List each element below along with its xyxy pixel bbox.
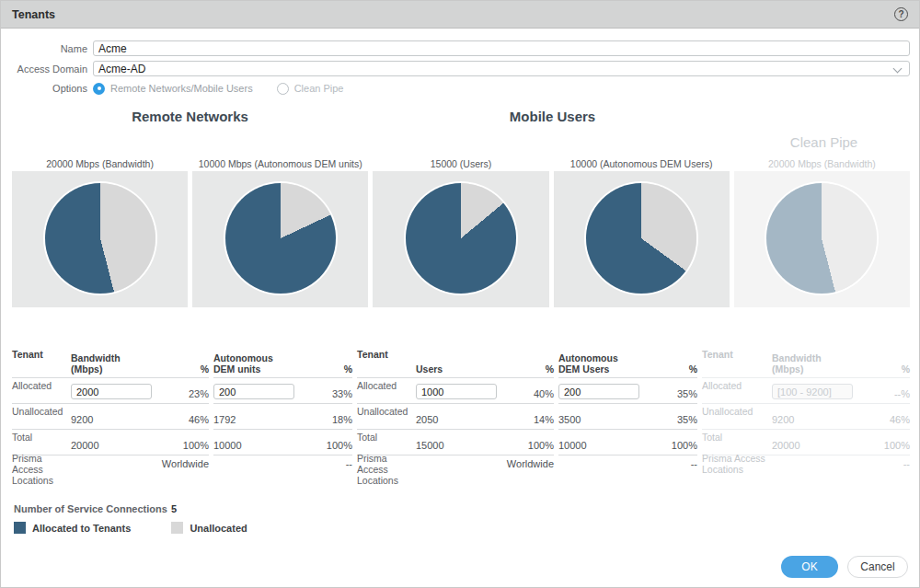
clean-pipe-bandwidth-table: Tenant Bandwidth (Mbps) % Allocated --% …: [702, 349, 910, 498]
total-pct: 100%: [301, 440, 352, 451]
bandwidth-pie-chart: [45, 183, 155, 294]
legend-item-allocated: Allocated to Tenants: [14, 522, 131, 534]
radio-label: Clean Pipe: [294, 83, 344, 94]
unallocated-pct: 14%: [502, 414, 554, 425]
access-domain-select[interactable]: Acme-AD: [93, 61, 910, 76]
total-label: Total: [12, 432, 65, 443]
section-headers: Remote Networks Mobile Users Clean Pipe: [1, 96, 919, 158]
prisma-access-locations-label: Prisma Access Locations: [357, 453, 410, 486]
chevron-down-icon: [893, 64, 903, 74]
legend-label: Allocated to Tenants: [32, 523, 131, 534]
tenant-header: Tenant: [357, 349, 410, 360]
allocated-pct: 40%: [502, 388, 554, 399]
chart-label-bandwidth: 20000 Mbps (Bandwidth): [12, 158, 188, 171]
tenant-form: Name Access Domain Acme-AD Options Remot…: [1, 29, 919, 96]
unallocated-label: Unallocated: [702, 406, 766, 417]
radio-remote-networks-mobile-users[interactable]: Remote Networks/Mobile Users: [93, 83, 253, 95]
unallocated-value: 1792: [213, 414, 295, 425]
chart-panel-dem-units: [192, 171, 368, 307]
unallocated-label: Unallocated: [12, 406, 65, 417]
users-table: Tenant Users % Allocated 40% Unallocated…: [357, 349, 554, 498]
percent-header: %: [301, 363, 352, 375]
service-connections-count: 5: [171, 503, 177, 514]
dem-units-header: Autonomous DEM units: [213, 352, 295, 375]
users-header: Users: [416, 363, 497, 375]
dem-units-table: Autonomous DEM units % 33% 1792 18% 1000…: [213, 349, 352, 498]
tenant-header: Tenant: [702, 349, 766, 360]
service-connections-label: Number of Service Connections: [14, 503, 167, 514]
bandwidth-table: Tenant Bandwidth (Mbps) % Allocated 23% …: [12, 349, 209, 498]
users-pie-chart: [406, 183, 516, 294]
total-value: 10000: [213, 440, 295, 451]
chart-label-dem-units: 10000 Mbps (Autonomous DEM units): [192, 158, 368, 171]
options-label: Options: [1, 83, 93, 94]
total-value: 20000: [772, 440, 853, 451]
allocated-dem-units-input[interactable]: [213, 384, 294, 399]
unallocated-value: 9200: [71, 414, 152, 425]
allocated-swatch-icon: [14, 522, 26, 534]
percent-header: %: [646, 363, 697, 375]
dialog-titlebar: Tenants ?: [1, 1, 919, 29]
bandwidth-header: Bandwidth (Mbps): [71, 352, 152, 375]
chart-label-dem-users: 10000 (Autonomous DEM Users): [554, 158, 730, 171]
unallocated-value: 3500: [558, 414, 640, 425]
total-value: 10000: [558, 440, 640, 451]
page-title: Tenants: [12, 8, 55, 21]
name-input[interactable]: [93, 40, 910, 56]
pie-legend: Allocated to Tenants Unallocated: [14, 522, 919, 534]
radio-clean-pipe[interactable]: Clean Pipe: [277, 83, 344, 95]
allocated-label: Allocated: [702, 380, 766, 391]
locations-value: --: [301, 458, 352, 469]
chart-panel-bandwidth: [12, 171, 188, 307]
pie-charts-row: [12, 171, 910, 307]
dem-users-header: Autonomous DEM Users: [558, 352, 640, 375]
cancel-button[interactable]: Cancel: [847, 556, 908, 578]
radio-unselected-icon: [277, 83, 289, 95]
allocated-users-input[interactable]: [416, 384, 497, 399]
mobile-users-header: Mobile Users: [374, 109, 730, 124]
locations-value: --: [646, 458, 697, 469]
allocated-pct: --%: [858, 388, 910, 399]
legend-label: Unallocated: [190, 523, 247, 534]
tenant-header: Tenant: [12, 349, 65, 360]
total-pct: 100%: [502, 440, 554, 451]
total-pct: 100%: [858, 440, 910, 451]
unallocated-pct: 35%: [646, 414, 697, 425]
allocated-pct: 35%: [646, 388, 697, 399]
name-label: Name: [1, 43, 93, 54]
total-value: 15000: [416, 440, 497, 451]
locations-value: Worldwide: [157, 458, 209, 469]
allocated-dem-users-input[interactable]: [558, 384, 639, 399]
prisma-access-locations-label: Prisma Access Locations: [12, 453, 65, 486]
allocated-pct: 33%: [301, 388, 352, 399]
percent-header: %: [502, 363, 554, 375]
unallocated-label: Unallocated: [357, 406, 410, 417]
allocation-tables-row: Tenant Bandwidth (Mbps) % Allocated 23% …: [12, 349, 910, 498]
chart-panel-dem-users: [554, 171, 730, 307]
locations-value: Worldwide: [502, 458, 554, 469]
total-pct: 100%: [157, 440, 209, 451]
legend-item-unallocated: Unallocated: [171, 522, 247, 534]
total-label: Total: [357, 432, 410, 443]
percent-header: %: [157, 363, 209, 375]
help-icon[interactable]: ?: [894, 7, 908, 21]
ok-button[interactable]: OK: [781, 556, 838, 578]
chart-label-users: 15000 (Users): [373, 158, 548, 171]
dem-users-pie-chart: [586, 183, 696, 294]
access-domain-label: Access Domain: [1, 63, 93, 75]
allocated-bandwidth-input[interactable]: [71, 384, 152, 399]
clean-pipe-pie-chart: [766, 183, 877, 294]
total-value: 20000: [71, 440, 152, 451]
prisma-access-locations-label: Prisma Access Locations: [702, 453, 766, 475]
remote-networks-header: Remote Networks: [12, 109, 368, 124]
allocated-label: Allocated: [357, 380, 410, 391]
unallocated-swatch-icon: [171, 522, 183, 534]
unallocated-value: 2050: [416, 414, 497, 425]
clean-pipe-header: Clean Pipe: [736, 134, 912, 150]
dem-units-pie-chart: [225, 183, 336, 294]
unallocated-value: 9200: [772, 414, 853, 425]
allocated-pct: 23%: [157, 388, 209, 399]
locations-value: --: [858, 458, 910, 469]
chart-panel-clean-pipe: [734, 171, 910, 307]
service-connections-row: Number of Service Connections5: [14, 503, 919, 516]
